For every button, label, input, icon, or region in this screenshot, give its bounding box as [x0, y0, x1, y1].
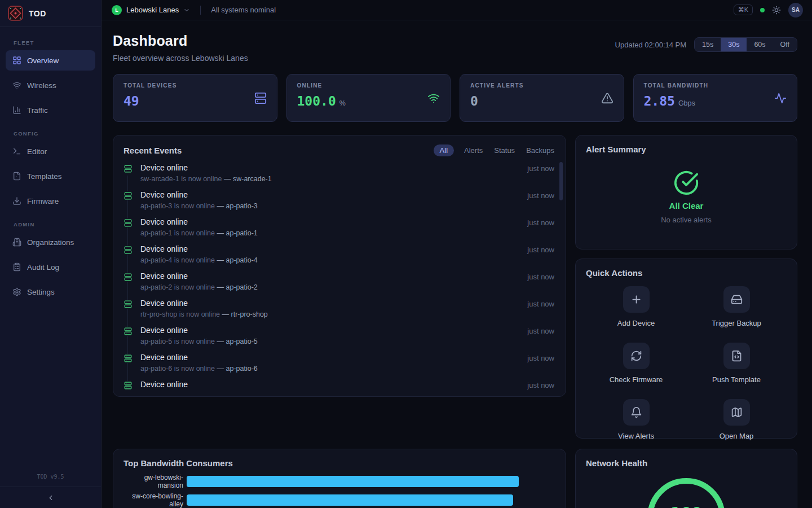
sidebar-item-audit-log[interactable]: Audit Log — [6, 257, 95, 277]
refresh-option-off[interactable]: Off — [773, 38, 797, 51]
bandwidth-row: sw-core-bowling-alley — [123, 494, 555, 506]
event-subtitle: ap-patio-3 is now online — ap-patio-3 — [140, 202, 555, 210]
logo-row: TOD — [0, 0, 101, 27]
sun-icon[interactable] — [772, 6, 781, 15]
quick-action-trigger-backup[interactable]: Trigger Backup — [686, 286, 787, 327]
stat-value: 2.85 — [644, 94, 675, 108]
org-switcher[interactable]: L Lebowski Lanes — [112, 5, 190, 15]
alert-status-text: All Clear — [669, 201, 704, 211]
check-circle-icon — [673, 170, 699, 196]
stat-label: ONLINE — [297, 82, 440, 89]
event-row: Device online rtr-pro-shop is now online… — [123, 299, 555, 326]
quick-action-label: Push Template — [712, 375, 761, 384]
event-time: just now — [527, 191, 554, 200]
org-avatar: L — [112, 5, 122, 15]
quick-actions-title: Quick Actions — [586, 268, 642, 278]
wifi-icon — [12, 81, 21, 90]
chevron-left-icon — [47, 494, 55, 502]
clipboard-icon — [12, 262, 21, 271]
event-row: Device online ap-patio-3 is now online —… — [123, 190, 555, 217]
sidebar-item-settings[interactable]: Settings — [6, 282, 95, 302]
event-subtitle: ap-patio-6 is now online — ap-patio-6 — [140, 365, 555, 373]
alert-summary-title: Alert Summary — [586, 144, 787, 154]
server-icon — [254, 92, 267, 104]
sidebar-item-wireless[interactable]: Wireless — [6, 75, 95, 95]
sidebar-section-label: ADMIN — [6, 216, 95, 232]
user-avatar[interactable]: SA — [788, 3, 803, 17]
page-subtitle: Fleet overview across Lebowski Lanes — [113, 54, 248, 63]
connection-status-dot — [760, 8, 765, 12]
quick-action-check-firmware[interactable]: Check Firmware — [586, 343, 686, 384]
quick-action-add-device[interactable]: Add Device — [586, 286, 686, 327]
event-row: Device online ap-patio-5 is now online —… — [123, 326, 555, 353]
sidebar-section-fleet: FLEET Overview Wireless Traffic — [6, 34, 95, 120]
events-scrollbar[interactable] — [559, 162, 563, 200]
refresh-option-15s[interactable]: 15s — [695, 38, 721, 51]
sidebar-collapse-button[interactable] — [0, 487, 101, 508]
bandwidth-panel: Top Bandwidth Consumers gw-lebowski-mans… — [113, 449, 566, 508]
server-icon — [123, 327, 133, 336]
event-row: Device online ap-patio-4 is now online —… — [123, 244, 555, 271]
event-row: Device online ap-patio-1 is now online —… — [123, 217, 555, 244]
sidebar-item-overview[interactable]: Overview — [6, 50, 95, 71]
refresh-option-30s[interactable]: 30s — [721, 38, 747, 51]
refresh-icon — [630, 350, 642, 362]
events-list: Device online sw-arcade-1 is now online … — [123, 163, 555, 397]
app-root: TOD FLEET Overview Wireless Traffic CONF… — [0, 0, 812, 508]
command-palette-button[interactable]: ⌘K — [734, 5, 753, 15]
event-row: Device online just now — [123, 380, 555, 397]
bandwidth-rows: gw-lebowski-mansion sw-core-bowling-alle… — [123, 476, 555, 506]
event-time: just now — [527, 300, 554, 308]
events-tab-status[interactable]: Status — [493, 144, 516, 156]
event-time: just now — [527, 218, 554, 227]
map-icon — [731, 406, 743, 418]
bandwidth-title: Top Bandwidth Consumers — [123, 458, 233, 468]
events-tab-alerts[interactable]: Alerts — [463, 144, 484, 156]
bar-chart-icon — [12, 106, 21, 115]
sidebar-item-templates[interactable]: Templates — [6, 166, 95, 186]
event-time: just now — [527, 327, 554, 335]
sidebar-footer: TOD v9.5 — [0, 468, 101, 508]
topbar: L Lebowski Lanes All systems nominal ⌘K … — [102, 0, 812, 20]
quick-action-label: View Alerts — [618, 432, 654, 440]
event-time: just now — [527, 273, 554, 281]
file-code-icon — [731, 350, 743, 362]
event-title: Device online — [140, 244, 555, 253]
file-icon — [12, 172, 21, 181]
sidebar-item-firmware[interactable]: Firmware — [6, 191, 95, 211]
event-title: Device online — [140, 353, 555, 362]
quick-action-push-template[interactable]: Push Template — [686, 343, 787, 384]
event-time: just now — [527, 246, 554, 254]
server-icon — [123, 191, 133, 200]
activity-icon — [774, 92, 787, 104]
bandwidth-device-label: sw-core-bowling-alley — [123, 492, 187, 508]
event-row: Device online ap-patio-6 is now online —… — [123, 353, 555, 380]
server-icon — [123, 300, 133, 309]
event-row: Device online ap-patio-2 is now online —… — [123, 271, 555, 299]
sidebar-item-traffic[interactable]: Traffic — [6, 100, 95, 120]
alert-detail-text: No active alerts — [661, 216, 712, 224]
sidebar-item-organizations[interactable]: Organizations — [6, 232, 95, 252]
quick-action-open-map[interactable]: Open Map — [686, 399, 787, 440]
stat-card-total-bandwidth: TOTAL BANDWIDTH 2.85 Gbps — [633, 74, 798, 122]
plus-icon — [630, 294, 642, 305]
event-title: Device online — [140, 190, 555, 199]
hard-drive-icon — [731, 294, 743, 305]
events-tab-all[interactable]: All — [434, 144, 454, 156]
refresh-option-60s[interactable]: 60s — [747, 38, 773, 51]
bandwidth-bar — [187, 476, 519, 487]
events-tab-backups[interactable]: Backups — [525, 144, 555, 156]
stats-row: TOTAL DEVICES 49 ONLINE 100.0 % ACTIVE A… — [113, 74, 797, 122]
server-icon — [123, 354, 133, 363]
sidebar: TOD FLEET Overview Wireless Traffic CONF… — [0, 0, 102, 508]
stat-value: 100.0 — [297, 94, 336, 108]
stat-value: 49 — [123, 94, 139, 108]
event-title: Device online — [140, 299, 555, 308]
quick-action-view-alerts[interactable]: View Alerts — [586, 399, 686, 440]
event-title: Device online — [140, 163, 555, 172]
event-time: just now — [527, 381, 554, 389]
sidebar-item-editor[interactable]: Editor — [6, 141, 95, 161]
stat-label: TOTAL DEVICES — [123, 82, 267, 89]
page-header: Dashboard Fleet overview across Lebowski… — [113, 33, 797, 63]
sidebar-section-label: CONFIG — [6, 125, 95, 141]
